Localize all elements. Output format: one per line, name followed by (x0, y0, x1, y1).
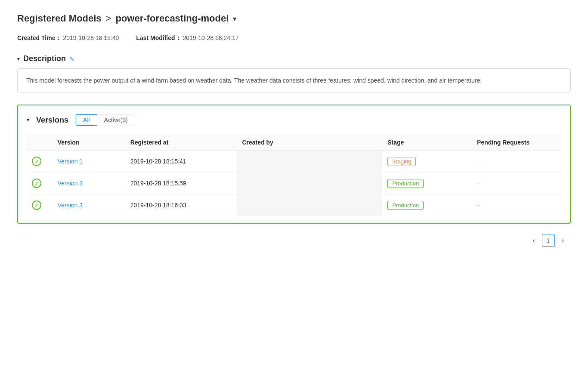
pagination-next[interactable]: › (558, 235, 567, 246)
row-pending: – (472, 194, 561, 216)
versions-header: ▾ Versions All Active(3) (27, 114, 561, 126)
description-title: Description (23, 54, 66, 63)
created-time: Created Time： 2019-10-28 18:15:40 (17, 34, 119, 42)
row-registered-at: 2019-10-28 18:16:03 (125, 194, 237, 216)
created-value: 2019-10-28 18:15:40 (63, 34, 119, 41)
last-modified: Last Modified： 2019-10-28 18:24:17 (136, 34, 238, 42)
pagination-current[interactable]: 1 (542, 234, 555, 247)
version-link-3[interactable]: Version 3 (58, 202, 83, 209)
row-version-link[interactable]: Version 1 (53, 151, 125, 172)
stage-badge-2: Production (387, 179, 424, 188)
row-check-icon: ✓ (27, 151, 53, 172)
versions-collapse-arrow[interactable]: ▾ (27, 117, 29, 123)
table-row: ✓ Version 3 2019-10-28 18:16:03 Producti… (27, 194, 561, 216)
model-dropdown-icon[interactable]: ▾ (233, 15, 236, 23)
versions-tab-group: All Active(3) (75, 114, 135, 126)
description-text: This model forecasts the power output of… (26, 76, 562, 85)
row-pending: – (472, 172, 561, 194)
row-check-icon: ✓ (27, 172, 53, 194)
version-link-1[interactable]: Version 1 (58, 158, 83, 165)
table-header-row: Version Registered at Created by Stage P… (27, 135, 561, 151)
pagination-prev[interactable]: ‹ (529, 235, 538, 246)
created-label: Created Time： (17, 34, 61, 41)
col-header-pending: Pending Requests (472, 135, 561, 151)
breadcrumb-model: power-forecasting-model (115, 13, 229, 24)
stage-badge-1: Staging (387, 157, 416, 166)
stage-badge-3: Production (387, 201, 424, 210)
row-created-by (237, 194, 382, 216)
modified-value: 2019-10-28 18:24:17 (183, 34, 238, 41)
row-registered-at: 2019-10-28 18:15:59 (125, 172, 237, 194)
versions-title: Versions (36, 116, 68, 125)
row-stage: Staging (382, 151, 472, 172)
pagination-row: ‹ 1 › (17, 234, 571, 247)
row-stage: Production (382, 194, 472, 216)
table-row: ✓ Version 2 2019-10-28 18:15:59 Producti… (27, 172, 561, 194)
meta-row: Created Time： 2019-10-28 18:15:40 Last M… (17, 34, 571, 42)
breadcrumb-registered[interactable]: Registered Models (17, 13, 102, 24)
tab-all[interactable]: All (75, 114, 98, 126)
row-pending: – (472, 151, 561, 172)
description-edit-icon[interactable]: ✎ (69, 55, 74, 62)
versions-table: Version Registered at Created by Stage P… (27, 135, 561, 216)
col-header-check (27, 135, 53, 151)
version-link-2[interactable]: Version 2 (58, 180, 83, 187)
row-registered-at: 2019-10-28 18:15:41 (125, 151, 237, 172)
row-created-by (237, 151, 382, 172)
row-stage: Production (382, 172, 472, 194)
description-box: This model forecasts the power output of… (17, 68, 571, 92)
table-row: ✓ Version 1 2019-10-28 18:15:41 Staging … (27, 151, 561, 172)
row-created-by (237, 172, 382, 194)
row-check-icon: ✓ (27, 194, 53, 216)
col-header-registered: Registered at (125, 135, 237, 151)
row-version-link[interactable]: Version 2 (53, 172, 125, 194)
col-header-version: Version (53, 135, 125, 151)
tab-active[interactable]: Active(3) (97, 114, 135, 126)
page-header: Registered Models > power-forecasting-mo… (17, 13, 571, 24)
modified-label: Last Modified： (136, 34, 181, 41)
versions-container: ▾ Versions All Active(3) Version Registe… (17, 105, 571, 224)
breadcrumb-separator: > (106, 13, 111, 24)
col-header-created: Created by (237, 135, 382, 151)
row-version-link[interactable]: Version 3 (53, 194, 125, 216)
col-header-stage: Stage (382, 135, 472, 151)
description-collapse-arrow[interactable]: ▾ (17, 56, 20, 62)
description-section-header: ▾ Description ✎ (17, 54, 571, 63)
